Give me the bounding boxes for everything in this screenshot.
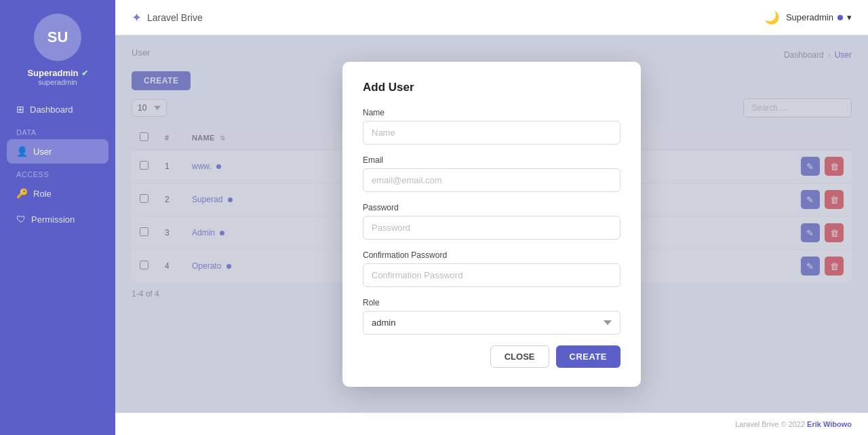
topbar: ✦ Laravel Brive 🌙 Superadmin ▾ — [115, 0, 868, 35]
password-label: Password — [363, 203, 620, 212]
role-form-group: Role admin operator superadmin — [363, 298, 620, 335]
chevron-down-icon: ▾ — [847, 12, 852, 22]
role-label: Role — [363, 298, 620, 307]
email-form-group: Email — [363, 155, 620, 192]
password-input[interactable] — [363, 216, 620, 240]
name-form-group: Name — [363, 108, 620, 145]
sidebar-item-user[interactable]: 👤 User — [7, 139, 108, 164]
confirm-password-input[interactable] — [363, 263, 620, 287]
role-select[interactable]: admin operator superadmin — [363, 311, 620, 335]
email-input[interactable] — [363, 168, 620, 192]
user-status-dot — [837, 15, 843, 20]
footer-author-link[interactable]: Erik Wibowo — [807, 420, 852, 428]
footer: Laravel Brive © 2022 Erik Wibowo — [115, 413, 868, 435]
modal-overlay: Add User Name Email Password Confirmatio… — [115, 35, 868, 413]
dashboard-icon: ⊞ — [16, 104, 24, 115]
key-icon: 🔑 — [16, 188, 28, 199]
user-icon: 👤 — [16, 146, 28, 157]
shield-icon: 🛡 — [16, 214, 26, 225]
email-label: Email — [363, 155, 620, 165]
modal-title: Add User — [363, 81, 620, 94]
topbar-user-menu[interactable]: Superadmin ▾ — [786, 12, 852, 22]
sidebar-subrole: superadmin — [38, 78, 77, 86]
name-input[interactable] — [363, 121, 620, 145]
sidebar-item-label: Permission — [31, 214, 75, 225]
name-label: Name — [363, 108, 620, 117]
modal-create-button[interactable]: CREATE — [556, 345, 620, 368]
verified-icon: ✔ — [81, 69, 88, 78]
dark-mode-toggle[interactable]: 🌙 — [764, 10, 779, 25]
sidebar-username: Superadmin ✔ — [27, 68, 87, 78]
sidebar-section-access: Access — [7, 165, 108, 181]
topbar-right: 🌙 Superadmin ▾ — [764, 10, 852, 25]
main-content: ✦ Laravel Brive 🌙 Superadmin ▾ User Dash… — [115, 0, 868, 435]
sidebar-item-label: Dashboard — [30, 105, 73, 115]
sidebar-item-label: User — [33, 147, 52, 157]
sidebar-section-data: Data — [7, 123, 108, 139]
page-area: User Dashboard › User CREATE 10 25 50 — [115, 35, 868, 413]
password-form-group: Password — [363, 203, 620, 240]
sidebar-item-dashboard[interactable]: ⊞ Dashboard — [7, 97, 108, 121]
sidebar-item-label: Role — [33, 189, 52, 199]
topbar-brand: ✦ Laravel Brive — [132, 10, 203, 25]
brand-icon: ✦ — [132, 10, 142, 25]
confirm-password-label: Confirmation Password — [363, 250, 620, 260]
modal-actions: CLOSE CREATE — [363, 345, 620, 368]
sidebar-item-role[interactable]: 🔑 Role — [7, 181, 108, 206]
close-button[interactable]: CLOSE — [490, 345, 549, 368]
confirm-password-form-group: Confirmation Password — [363, 250, 620, 287]
sidebar-item-permission[interactable]: 🛡 Permission — [7, 207, 108, 231]
avatar: SU — [34, 14, 81, 61]
add-user-modal: Add User Name Email Password Confirmatio… — [342, 62, 641, 387]
sidebar: SU Superadmin ✔ superadmin ⊞ Dashboard D… — [0, 0, 115, 435]
sidebar-nav: ⊞ Dashboard Data 👤 User Access 🔑 Role 🛡 … — [0, 97, 115, 233]
